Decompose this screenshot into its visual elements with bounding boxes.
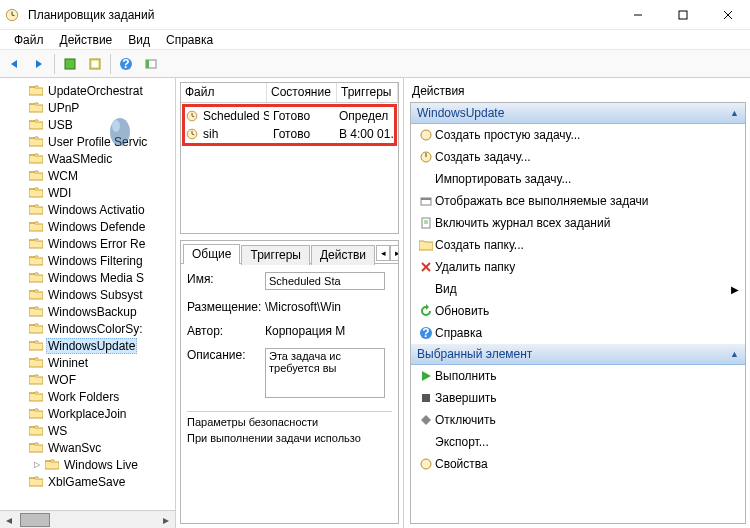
tree-item-windows-filtering[interactable]: Windows Filtering [4,252,175,269]
name-field[interactable] [265,272,385,290]
close-button[interactable] [705,1,750,29]
col-state[interactable]: Состояние [267,83,337,102]
toggle-button[interactable] [83,53,107,75]
menu-view[interactable]: Вид [120,31,158,49]
action-enable-log[interactable]: Включить журнал всех заданий [411,212,745,234]
tree-item-waasmedic[interactable]: WaaSMedic [4,150,175,167]
tree-item-windows-media-s[interactable]: Windows Media S [4,269,175,286]
tree-item-user-profile-servic[interactable]: User Profile Servic [4,133,175,150]
task-state: Готово [269,126,335,142]
tab-scroll[interactable]: ◂▸ [376,243,399,263]
tree-item-updateorchestrat[interactable]: UpdateOrchestrat [4,82,175,99]
col-triggers[interactable]: Триггеры [337,83,398,102]
tree-item-wwansvc[interactable]: WwanSvc [4,439,175,456]
clock-icon [185,127,199,141]
action-help[interactable]: ?Справка [411,322,745,344]
tree-item-wcm[interactable]: WCM [4,167,175,184]
task-list: Файл Состояние Триггеры Scheduled S… Гот… [180,82,399,234]
actions-group2-label: Выбранный элемент [417,347,532,361]
tab-general-body: Имя: Размещение: \Microsoft\Win Автор: К… [181,263,398,523]
task-trigger: В 4:00 01. [335,126,394,142]
collapse-icon: ▲ [730,108,739,118]
svg-rect-4 [679,11,687,19]
action-end[interactable]: Завершить [411,387,745,409]
folder-icon [28,322,44,336]
toolbar: ? [0,50,750,78]
main-area: UpdateOrchestratUPnPUSBUser Profile Serv… [0,78,750,528]
tree-item-windowsbackup[interactable]: WindowsBackup [4,303,175,320]
action-create-task[interactable]: Создать задачу... [411,146,745,168]
panel-button[interactable] [139,53,163,75]
back-button[interactable] [2,53,26,75]
menu-help[interactable]: Справка [158,31,221,49]
action-view[interactable]: Вид▶ [411,278,745,300]
action-import-task[interactable]: Импортировать задачу... [411,168,745,190]
clock-icon [185,109,199,123]
maximize-button[interactable] [660,1,705,29]
help-button[interactable]: ? [114,53,138,75]
minimize-button[interactable] [615,1,660,29]
forward-button[interactable] [27,53,51,75]
name-label: Имя: [187,272,265,286]
action-delete-folder[interactable]: Удалить папку [411,256,745,278]
action-create-basic-task[interactable]: Создать простую задачу... [411,124,745,146]
task-properties: Общие Триггеры Действи ◂▸ Имя: Размещени… [180,240,399,524]
actions-box: WindowsUpdate ▲ Создать простую задачу..… [410,102,746,524]
actions-group-header[interactable]: WindowsUpdate ▲ [411,103,745,124]
tree-item-windows-activatio[interactable]: Windows Activatio [4,201,175,218]
author-value: Корпорация М [265,324,392,338]
action-properties[interactable]: Свойства [411,453,745,475]
action-new-folder[interactable]: Создать папку... [411,234,745,256]
tree-item-xblgamesave[interactable]: XblGameSave [4,473,175,490]
svg-text:?: ? [122,57,129,71]
tree-item-wininet[interactable]: Wininet [4,354,175,371]
author-label: Автор: [187,324,265,338]
location-value: \Microsoft\Win [265,300,392,314]
action-export[interactable]: Экспорт... [411,431,745,453]
folder-icon [28,254,44,268]
folder-icon [28,424,44,438]
actions-title: Действия [410,82,746,102]
description-field[interactable]: Эта задача ис требуется вы [265,348,385,398]
action-disable[interactable]: Отключить [411,409,745,431]
svg-rect-13 [146,60,149,68]
action-show-all-running[interactable]: Отображать все выполняемые задачи [411,190,745,212]
tree-item-work-folders[interactable]: Work Folders [4,388,175,405]
tree-item-workplacejoin[interactable]: WorkplaceJoin [4,405,175,422]
task-row[interactable]: Scheduled S… Готово Определ [185,107,394,125]
action-refresh[interactable]: Обновить [411,300,745,322]
tree-item-windowscolorsy-[interactable]: WindowsColorSy: [4,320,175,337]
folder-icon [28,475,44,489]
folder-icon [28,101,44,115]
tree-item-ws[interactable]: WS [4,422,175,439]
action-run[interactable]: Выполнить [411,365,745,387]
tree-horizontal-scrollbar[interactable]: ◂▸ [0,510,175,528]
actions-panel: Действия WindowsUpdate ▲ Создать простую… [404,78,750,528]
tab-triggers[interactable]: Триггеры [241,245,310,265]
task-trigger: Определ [335,108,394,124]
tree-item-upnp[interactable]: UPnP [4,99,175,116]
menu-action[interactable]: Действие [52,31,121,49]
tree-item-windows-defende[interactable]: Windows Defende [4,218,175,235]
folder-tree[interactable]: UpdateOrchestratUPnPUSBUser Profile Serv… [0,78,175,510]
actions-group2-header[interactable]: Выбранный элемент ▲ [411,344,745,365]
tree-item-wdi[interactable]: WDI [4,184,175,201]
tree-item-windows-error-re[interactable]: Windows Error Re [4,235,175,252]
tree-item-windows-subsyst[interactable]: Windows Subsyst [4,286,175,303]
tab-actions[interactable]: Действи [311,245,375,265]
folder-icon [28,135,44,149]
tab-general[interactable]: Общие [183,244,240,264]
tree-item-wof[interactable]: WOF [4,371,175,388]
folder-icon [28,186,44,200]
tree-item-windowsupdate[interactable]: WindowsUpdate [4,337,175,354]
window-title: Планировщик заданий [24,8,615,22]
svg-rect-9 [92,61,98,67]
svg-point-35 [421,459,431,469]
col-file[interactable]: Файл [181,83,267,102]
action-button[interactable] [58,53,82,75]
task-row[interactable]: sih Готово В 4:00 01. [185,125,394,143]
tree-item-usb[interactable]: USB [4,116,175,133]
description-label: Описание: [187,348,265,362]
menu-file[interactable]: Файл [6,31,52,49]
tree-item-windows-live[interactable]: Windows Live [4,456,175,473]
